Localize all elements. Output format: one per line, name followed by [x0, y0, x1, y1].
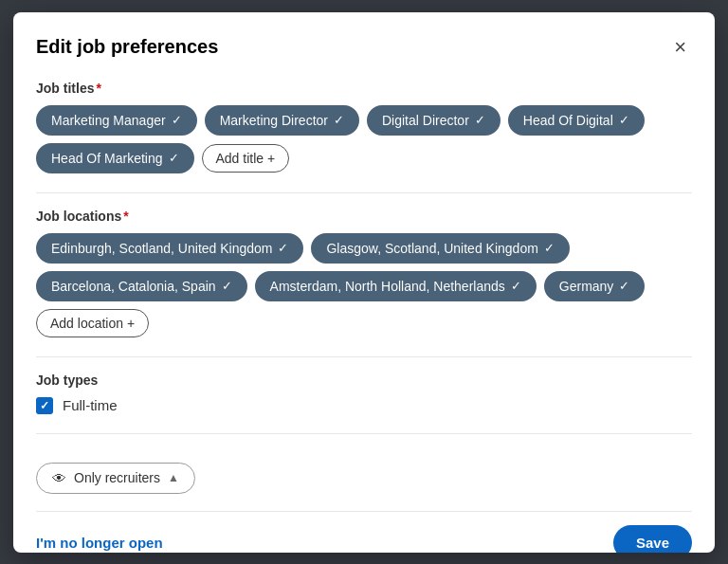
no-longer-open-button[interactable]: I'm no longer open [36, 535, 163, 551]
job-locations-section: Job locations* Edinburgh, Scotland, Unit… [36, 209, 692, 337]
check-icon: ✓ [544, 241, 555, 255]
divider-1 [36, 192, 692, 193]
check-icon: ✓ [511, 279, 521, 293]
job-locations-tags: Edinburgh, Scotland, United Kingdom ✓ Gl… [36, 233, 692, 337]
checkmark-icon: ✓ [40, 399, 49, 412]
chevron-up-icon: ▲ [168, 471, 179, 484]
check-icon: ✓ [169, 151, 179, 165]
job-titles-label: Job titles* [36, 81, 692, 96]
modal-footer: I'm no longer open Save [36, 511, 692, 553]
check-icon: ✓ [222, 279, 232, 293]
check-icon: ✓ [334, 113, 344, 127]
full-time-checkbox[interactable]: ✓ [36, 397, 53, 414]
check-icon: ✓ [619, 279, 629, 293]
visibility-section: 👁 Only recruiters ▲ [36, 449, 692, 494]
modal-header: Edit job preferences × [36, 35, 692, 60]
tag-amsterdam[interactable]: Amsterdam, North Holland, Netherlands ✓ [255, 271, 537, 301]
check-icon: ✓ [475, 113, 485, 127]
tag-glasgow[interactable]: Glasgow, Scotland, United Kingdom ✓ [311, 233, 569, 264]
check-icon: ✓ [172, 113, 182, 127]
job-types-label: Job types [36, 373, 692, 388]
visibility-button[interactable]: 👁 Only recruiters ▲ [36, 463, 195, 494]
divider-2 [36, 356, 692, 357]
tag-germany[interactable]: Germany ✓ [544, 271, 646, 301]
tag-marketing-manager[interactable]: Marketing Manager ✓ [36, 105, 197, 136]
full-time-label: Full-time [63, 397, 118, 413]
tag-head-of-marketing[interactable]: Head Of Marketing ✓ [36, 143, 194, 173]
eye-icon: 👁 [52, 470, 66, 486]
tag-digital-director[interactable]: Digital Director ✓ [367, 105, 500, 136]
check-icon: ✓ [619, 113, 629, 127]
close-button[interactable]: × [668, 35, 692, 60]
divider-3 [36, 433, 692, 434]
modal-title: Edit job preferences [36, 36, 218, 58]
tag-edinburgh[interactable]: Edinburgh, Scotland, United Kingdom ✓ [36, 233, 303, 264]
job-locations-label: Job locations* [36, 209, 692, 224]
add-title-button[interactable]: Add title + [202, 144, 290, 173]
full-time-row: ✓ Full-time [36, 397, 692, 414]
check-icon: ✓ [278, 241, 288, 255]
job-types-section: Job types ✓ Full-time [36, 373, 692, 414]
job-titles-section: Job titles* Marketing Manager ✓ Marketin… [36, 81, 692, 173]
tag-marketing-director[interactable]: Marketing Director ✓ [205, 105, 359, 136]
tag-head-of-digital[interactable]: Head Of Digital ✓ [508, 105, 645, 136]
job-titles-tags: Marketing Manager ✓ Marketing Director ✓… [36, 105, 692, 173]
add-location-button[interactable]: Add location + [36, 309, 149, 337]
tag-barcelona[interactable]: Barcelona, Catalonia, Spain ✓ [36, 271, 247, 301]
save-button[interactable]: Save [613, 525, 692, 553]
visibility-label: Only recruiters [74, 470, 160, 485]
edit-job-preferences-modal: Edit job preferences × Job titles* Marke… [13, 12, 715, 553]
